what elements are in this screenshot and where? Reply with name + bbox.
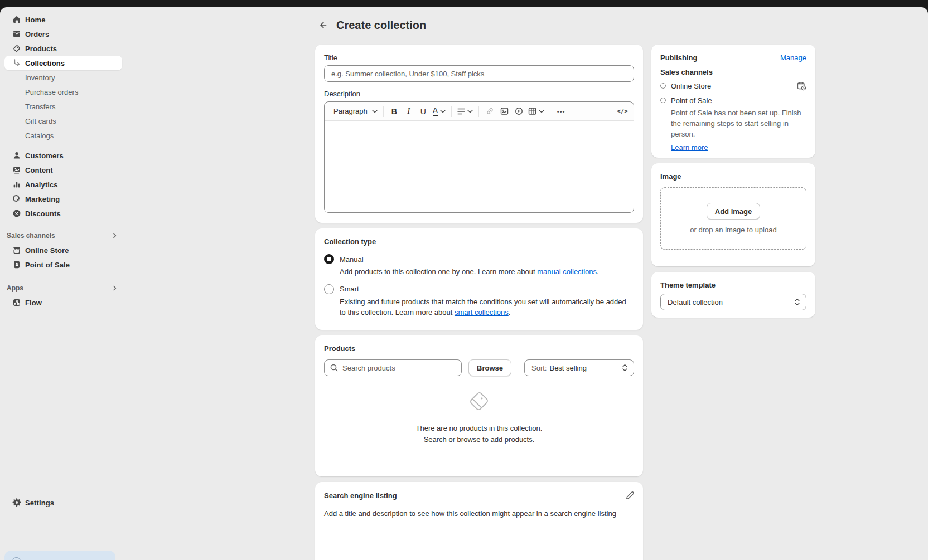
editor-toolbar: Paragraph B I U A [325,102,634,121]
flow-icon [12,298,21,307]
sidebar-item-inventory[interactable]: Inventory [0,70,127,85]
sidebar-section-sales-channels[interactable]: Sales channels [0,228,127,243]
more-options-button[interactable]: ••• [554,104,568,119]
manual-collections-link[interactable]: manual collections [537,267,597,276]
trial-banner-icon [12,557,21,560]
sort-label: Sort: [531,364,547,372]
learn-more-link[interactable]: Learn more [671,143,708,152]
sidebar-item-label: Flow [25,299,42,307]
insert-video-button[interactable] [511,104,526,119]
sidebar-item-collections[interactable]: Collections [4,56,122,70]
smart-collections-link[interactable]: smart collections [455,308,509,316]
sidebar-item-content[interactable]: Content [0,163,127,177]
sidebar-item-transfers[interactable]: Transfers [0,99,127,114]
text-color-button[interactable]: A [431,104,448,119]
sidebar-item-label: Content [25,166,53,174]
sidebar-item-orders[interactable]: Orders [0,27,127,41]
sidebar-item-label: Purchase orders [25,88,78,96]
italic-button[interactable]: I [402,104,416,119]
trial-banner[interactable] [4,551,115,560]
edit-pencil-icon[interactable] [625,491,634,500]
bold-button[interactable]: B [387,104,402,119]
title-input[interactable] [324,65,634,82]
insert-table-button[interactable] [526,104,547,119]
manual-desc-text: Add products to this collection one by o… [340,267,537,276]
chevron-right-icon [112,285,118,291]
sidebar: Home Orders Products Collections Invento… [0,7,127,560]
add-image-button[interactable]: Add image [707,203,760,220]
smart-radio[interactable] [324,284,334,294]
point-of-sale-icon [12,260,21,269]
home-icon [12,15,21,24]
image-dropzone[interactable]: Add image or drop an image to upload [660,187,806,250]
publishing-heading: Publishing [660,53,697,62]
alignment-button[interactable] [455,104,475,119]
schedule-calendar-icon[interactable] [797,81,806,91]
insert-image-button[interactable] [497,104,511,119]
manual-desc-suffix: . [597,267,599,276]
sidebar-item-flow[interactable]: Flow [0,295,127,310]
image-card: Image Add image or drop an image to uplo… [651,163,815,266]
sidebar-item-home[interactable]: Home [0,12,127,27]
analytics-icon [12,180,21,189]
sidebar-item-point-of-sale[interactable]: Point of Sale [0,257,127,272]
sales-channels-subheading: Sales channels [660,68,806,76]
sidebar-item-gift-cards[interactable]: Gift cards [0,114,127,128]
chevron-down-icon [467,110,473,113]
sidebar-item-label: Settings [25,499,54,507]
toolbar-divider [550,106,550,117]
search-icon [330,363,339,372]
sidebar-item-customers[interactable]: Customers [0,148,127,163]
manage-link[interactable]: Manage [780,53,806,62]
description-input[interactable] [325,121,634,213]
image-icon [500,107,509,115]
content-icon [12,165,21,174]
paragraph-style-dropdown[interactable]: Paragraph [328,104,380,119]
empty-state-line2: Search or browse to add products. [324,434,634,445]
collection-type-heading: Collection type [324,237,634,246]
theme-template-heading: Theme template [660,281,806,289]
sidebar-item-label: Products [25,45,57,53]
sidebar-item-products[interactable]: Products [0,41,127,56]
code-view-button[interactable]: </> [615,104,630,119]
sidebar-item-discounts[interactable]: Discounts [0,206,127,221]
align-left-icon [457,108,465,115]
sort-select[interactable]: Sort: Best selling [524,359,634,376]
stepper-icon [794,298,800,306]
sidebar-item-purchase-orders[interactable]: Purchase orders [0,85,127,99]
sidebar-item-label: Transfers [25,103,55,111]
drop-image-text: or drop an image to upload [690,226,776,234]
toolbar-divider [451,106,452,117]
back-button[interactable] [315,17,331,33]
sidebar-item-analytics[interactable]: Analytics [0,177,127,192]
sidebar-section-apps[interactable]: Apps [0,281,127,295]
channel-online-store: Online Store [671,82,792,90]
smart-label: Smart [340,285,359,293]
theme-template-select[interactable]: Default collection [660,294,806,310]
code-icon: </> [617,108,628,115]
underline-button[interactable]: U [416,104,431,119]
marketing-icon [12,194,21,203]
sidebar-item-label: Discounts [25,210,61,218]
sidebar-item-marketing[interactable]: Marketing [0,192,127,206]
manual-radio[interactable] [324,254,334,264]
collection-type-card: Collection type Manual Add products to t… [315,228,643,330]
tag-icon [466,388,492,414]
sidebar-item-online-store[interactable]: Online Store [0,243,127,257]
chevron-down-icon [539,110,544,113]
discounts-icon [12,209,21,218]
browse-button[interactable]: Browse [468,359,511,376]
seo-heading: Search engine listing [324,491,397,500]
gear-icon [12,498,21,507]
sidebar-item-settings[interactable]: Settings [0,495,127,510]
stepper-icon [622,364,628,372]
publishing-card: Publishing Manage Sales channels Online … [651,45,815,158]
toolbar-divider [383,106,384,117]
sidebar-item-label: Customers [25,152,64,160]
table-icon [528,107,536,115]
link-button[interactable] [482,104,497,119]
search-products-input[interactable] [324,359,462,376]
sidebar-item-catalogs[interactable]: Catalogs [0,128,127,143]
text-color-icon: A [433,106,438,116]
channel-status-icon [660,98,666,103]
